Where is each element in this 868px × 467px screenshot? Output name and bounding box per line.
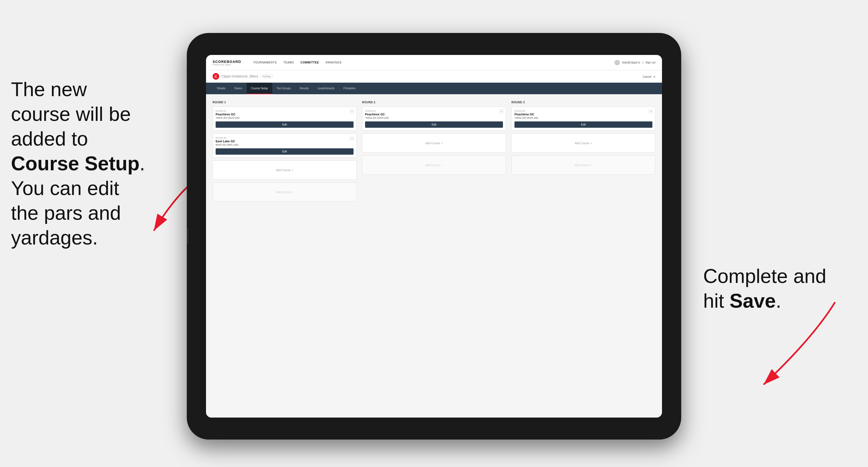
course-name-r3-a: Peachtree GC [515,113,652,116]
edit-button-r2-a[interactable]: Edit [365,121,503,128]
nav-links: TOURNAMENTS TEAMS COMMITTEE RANKINGS [253,61,606,64]
add-course-r3-disabled: Add Course + [512,155,655,175]
tab-teams[interactable]: Teams [230,83,247,94]
tab-bar: Details Teams Course Setup Tee Groups Re… [206,83,662,94]
course-detail-r1-a: Yellow (M) (6629 yds) [216,117,353,119]
logo-main-text: SCOREBOARD [213,60,241,64]
add-course-r2-disabled: Add Course + [362,155,506,175]
avatar [615,60,620,65]
round-3-column: Round 3 ⊡ (Course A) Peachtree GC Yellow… [512,101,655,205]
course-card-r1-a: ⊡ (Course A) Peachtree GC Yellow (M) (66… [213,106,356,131]
tablet-device: SCOREBOARD Powered by clippd TOURNAMENTS… [187,33,681,439]
round-2-label: Round 2 [362,101,506,104]
course-name-r1-b: East Lake GC [216,139,353,143]
arrow-right [731,297,840,396]
tab-tee-groups[interactable]: Tee Groups [272,83,295,94]
tournament-bar: C Clippd Invitational (Men) Hosting Canc… [206,70,662,83]
tab-printables[interactable]: Printables [339,83,360,94]
tournament-info: C Clippd Invitational (Men) Hosting [213,73,273,80]
course-card-r1-b: ⊡ (Course B) East Lake GC Black (M) (689… [213,133,356,158]
logo-sub-text: Powered by clippd [213,64,241,66]
course-label-r1-b: (Course B) [216,136,353,139]
course-card-icon-r3-a[interactable]: ⊡ [649,109,653,114]
cancel-button[interactable]: Cancel ✕ [643,75,655,78]
round-1-column: Round 1 ⊡ (Course A) Peachtree GC Yellow… [213,101,356,205]
rounds-grid: Round 1 ⊡ (Course A) Peachtree GC Yellow… [213,101,655,205]
tab-results[interactable]: Results [295,83,313,94]
course-name-r2-a: Peachtree GC [365,113,503,116]
tab-leaderboards[interactable]: Leaderboards [313,83,339,94]
annotation-line6: the pars and [11,202,121,224]
course-label-r2-a: (Course A) [365,110,503,112]
add-course-r1-active[interactable]: Add Course + [213,160,356,180]
edit-button-r1-a[interactable]: Edit [216,121,353,128]
add-course-r2-active[interactable]: Add Course + [362,133,506,153]
round-3-label: Round 3 [512,101,655,104]
navbar: SCOREBOARD Powered by clippd TOURNAMENTS… [206,55,662,70]
course-label-r3-a: (Course A) [515,110,652,112]
nav-committee[interactable]: COMMITTEE [301,61,319,64]
round-1-label: Round 1 [213,101,356,104]
annotation-right-line2-prefix: hit [703,290,730,312]
cancel-area: Cancel ✕ [643,74,655,79]
nav-separator: | [643,61,643,64]
annotation-line1: The new [11,78,87,100]
course-card-icon-r2-a[interactable]: ⊡ [499,109,503,114]
tablet-side-button [187,228,188,245]
course-detail-r3-a: Yellow (M) (6629 yds) [515,117,652,119]
tournament-name: Clippd Invitational (Men) [221,74,258,78]
course-card-r2-a: ⊡ (Course A) Peachtree GC Yellow (M) (66… [362,106,506,131]
annotation-line5: You can edit [11,177,119,199]
user-email: blair@clippd.io [622,61,640,64]
annotation-line2: course will be [11,103,131,125]
scoreboard-logo: SCOREBOARD Powered by clippd [213,60,241,66]
course-card-icon-r1-a[interactable]: ⊡ [350,109,354,114]
course-detail-r2-a: Yellow (M) (6629 yds) [365,117,503,119]
hosting-badge: Hosting [260,74,273,78]
edit-button-r3-a[interactable]: Edit [515,121,652,128]
tablet-screen: SCOREBOARD Powered by clippd TOURNAMENTS… [206,55,662,417]
nav-right: blair@clippd.io | Sign out [615,60,655,65]
clippd-logo: C [213,73,219,80]
add-course-r1-disabled: Add Course + [213,182,356,201]
course-label-r1-a: (Course A) [216,110,353,112]
tab-course-setup[interactable]: Course Setup [247,83,272,94]
annotation-right-line1: Complete and [703,265,826,287]
edit-button-r1-b[interactable]: Edit [216,148,353,155]
nav-tournaments[interactable]: TOURNAMENTS [253,61,277,64]
nav-teams[interactable]: TEAMS [283,61,294,64]
annotation-line3: added to [11,128,88,150]
add-course-r3-active[interactable]: Add Course + [512,133,655,153]
annotation-line4-bold: Course Setup [11,152,140,175]
course-card-r3-a: ⊡ (Course A) Peachtree GC Yellow (M) (66… [512,106,655,131]
course-detail-r1-b: Black (M) (6891 yds) [216,144,353,146]
main-content: Round 1 ⊡ (Course A) Peachtree GC Yellow… [206,94,662,417]
nav-rankings[interactable]: RANKINGS [326,61,342,64]
round-2-column: Round 2 ⊡ (Course A) Peachtree GC Yellow… [362,101,506,205]
course-name-r1-a: Peachtree GC [216,113,353,116]
course-card-icon-r1-b[interactable]: ⊡ [350,136,354,141]
sign-out-link[interactable]: Sign out [645,61,655,64]
tab-details[interactable]: Details [213,83,230,94]
annotation-line7: yardages. [11,227,98,249]
